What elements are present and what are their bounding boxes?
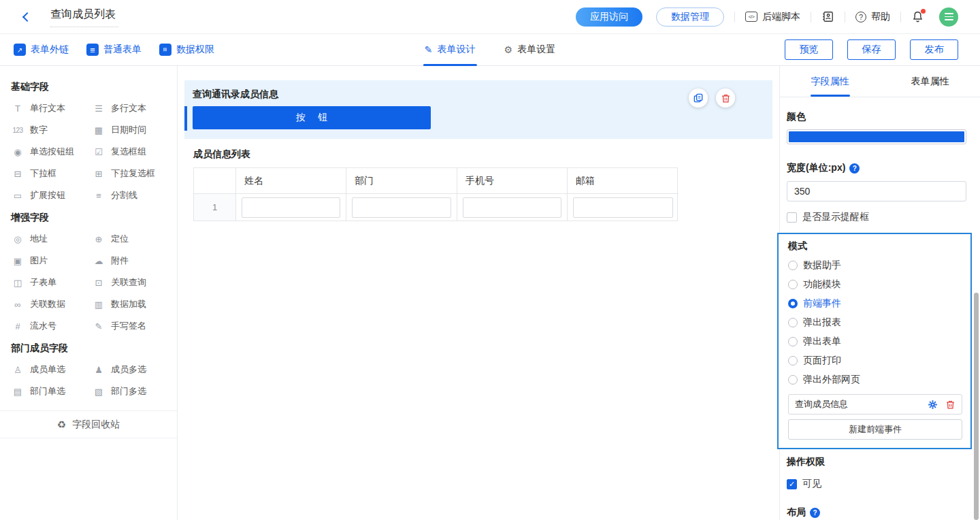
avatar[interactable] — [939, 7, 958, 27]
reminder-label: 是否显示提醒框 — [802, 211, 869, 223]
form-canvas: 查询通讯录成员信息 按 钮 成员信息列表 姓名 部门 手机号 邮箱 1 — [178, 66, 779, 520]
palette-item-signature[interactable]: ✎手写签名 — [92, 315, 173, 337]
palette-item-checkbox-group[interactable]: ☑复选框组 — [92, 141, 173, 163]
layout-help-icon[interactable]: ? — [810, 508, 820, 518]
palette-item-multi-line-text[interactable]: ☰多行文本 — [92, 97, 173, 119]
palette-item-image[interactable]: ▣图片 — [11, 250, 92, 272]
duplicate-widget-button[interactable] — [689, 88, 708, 108]
panel-tabs: 字段属性 表单属性 — [780, 66, 980, 97]
app-access-button[interactable]: 应用访问 — [576, 7, 642, 27]
table-cell — [457, 194, 568, 221]
new-frontend-event-button[interactable]: 新建前端事件 — [788, 419, 962, 440]
phone-cell-input[interactable] — [463, 197, 561, 218]
palette-item-member-single[interactable]: ♙成员单选 — [11, 359, 92, 380]
department-cell-input[interactable] — [352, 197, 451, 218]
width-help-icon[interactable]: ? — [849, 163, 860, 174]
palette-item-attachment[interactable]: ☁附件 — [92, 250, 173, 272]
mode-option-function-module[interactable]: 功能模块 — [788, 278, 962, 291]
form-action-button[interactable]: 按 钮 — [193, 106, 431, 129]
form-toolbar: ↗ 表单外链 ≣ 普通表单 ≡ 数据权限 ✎ 表单设计 ⚙ 表单设置 预览 保存… — [0, 34, 980, 66]
palette-item-member-multi[interactable]: ♟成员多选 — [92, 359, 173, 380]
palette-item-serial-number[interactable]: #流水号 — [11, 315, 92, 337]
palette-item-data-load[interactable]: ▥数据加载 — [92, 293, 173, 315]
back-button[interactable] — [19, 10, 33, 24]
palette-item-location[interactable]: ⊕定位 — [92, 228, 173, 250]
palette-item-extend-button[interactable]: ▭扩展按钮 — [11, 184, 92, 206]
visible-checkbox[interactable]: ✓ — [787, 479, 797, 489]
publish-button[interactable]: 发布 — [910, 39, 958, 60]
selected-button-widget[interactable]: 查询通讯录成员信息 按 钮 — [184, 80, 772, 139]
tab-field-properties[interactable]: 字段属性 — [780, 66, 880, 97]
data-manage-button[interactable]: 数据管理 — [656, 7, 724, 27]
category-enhanced-fields: 增强字段 — [11, 212, 177, 224]
number-icon: 123 — [11, 127, 24, 134]
mode-option-popup-webpage[interactable]: 弹出外部网页 — [788, 374, 962, 386]
reminder-checkbox[interactable] — [787, 212, 797, 223]
properties-panel: 字段属性 表单属性 颜色 宽度(单位:px) ? 是否显示提醒框 模式 数据助手… — [780, 66, 980, 520]
subform-icon: ◫ — [11, 278, 24, 288]
palette-item-dept-single[interactable]: ▤部门单选 — [11, 380, 92, 402]
member-table-title: 成员信息列表 — [193, 148, 779, 161]
column-header-email: 邮箱 — [568, 168, 679, 194]
select-icon: ⊟ — [11, 169, 24, 179]
designer-tabs: ✎ 表单设计 ⚙ 表单设置 — [425, 34, 555, 66]
address-book-button[interactable] — [821, 10, 834, 23]
tab-form-settings[interactable]: ⚙ 表单设置 — [504, 34, 556, 66]
form-external-link-button[interactable]: ↗ 表单外链 — [14, 44, 69, 56]
data-load-icon: ▥ — [92, 299, 105, 310]
backend-script-button[interactable]: </> 后端脚本 — [745, 11, 800, 23]
email-cell-input[interactable] — [573, 197, 673, 218]
tab-form-design[interactable]: ✎ 表单设计 — [425, 34, 476, 66]
app-header: 查询成员列表 应用访问 数据管理 </> 后端脚本 ? 帮助 — [0, 0, 980, 34]
name-cell-input[interactable] — [242, 197, 340, 218]
divider — [845, 12, 845, 22]
width-input[interactable] — [787, 181, 966, 201]
palette-item-single-line-text[interactable]: T单行文本 — [11, 97, 92, 119]
save-button[interactable]: 保存 — [847, 39, 896, 60]
palette-item-subform[interactable]: ◫子表单 — [11, 272, 92, 293]
delete-widget-button[interactable] — [716, 88, 735, 108]
help-button[interactable]: ? 帮助 — [855, 11, 890, 23]
visible-checkbox-row[interactable]: ✓ 可见 — [787, 478, 966, 490]
palette-item-radio-group[interactable]: ◉单选按钮组 — [11, 141, 92, 163]
divider — [900, 12, 901, 22]
mode-option-popup-report[interactable]: 弹出报表 — [788, 316, 962, 329]
address-book-icon — [821, 10, 834, 23]
mode-option-page-print[interactable]: 页面打印 — [788, 355, 962, 367]
pen-icon: ✎ — [92, 321, 105, 331]
palette-item-linked-data[interactable]: ∞关联数据 — [11, 293, 92, 315]
normal-form-button[interactable]: ≣ 普通表单 — [86, 44, 142, 56]
mode-option-data-assistant[interactable]: 数据助手 — [788, 259, 962, 272]
palette-item-datetime[interactable]: ▦日期时间 — [92, 119, 173, 141]
tab-form-properties[interactable]: 表单属性 — [880, 66, 980, 97]
notification-button[interactable] — [911, 10, 924, 23]
mode-option-frontend-event[interactable]: 前端事件 — [788, 297, 962, 310]
enhanced-fields-grid: ◎地址 ⊕定位 ▣图片 ☁附件 ◫子表单 ⊡关联查询 ∞关联数据 ▥数据加载 #… — [0, 228, 177, 337]
crosshair-icon: ⊕ — [92, 234, 105, 244]
preview-button[interactable]: 预览 — [785, 39, 833, 60]
radio-icon — [788, 280, 798, 289]
recycle-icon: ♻ — [57, 419, 66, 431]
color-swatch[interactable] — [787, 129, 966, 144]
palette-item-linked-query[interactable]: ⊡关联查询 — [92, 272, 173, 293]
palette-item-multi-select[interactable]: ⊞下拉复选框 — [92, 163, 173, 184]
help-label: 帮助 — [871, 11, 890, 23]
palette-item-divider[interactable]: ≡分割线 — [92, 184, 173, 206]
gear-icon[interactable] — [928, 400, 938, 410]
delete-event-icon[interactable] — [945, 400, 956, 410]
data-permission-button[interactable]: ≡ 数据权限 — [159, 44, 214, 56]
palette-item-select[interactable]: ⊟下拉框 — [11, 163, 92, 184]
panel-scrollbar[interactable] — [974, 293, 979, 520]
frontend-event-item[interactable]: 查询成员信息 — [788, 394, 962, 415]
column-header-department: 部门 — [346, 168, 457, 194]
field-recycle-bin-button[interactable]: ♻ 字段回收站 — [0, 410, 177, 438]
linked-query-icon: ⊡ — [92, 278, 105, 288]
mode-option-popup-form[interactable]: 弹出表单 — [788, 336, 962, 348]
mode-title: 模式 — [788, 240, 962, 253]
palette-item-dept-multi[interactable]: ▧部门多选 — [92, 380, 173, 402]
radio-icon — [788, 318, 798, 327]
radio-icon — [788, 375, 798, 385]
reminder-checkbox-row[interactable]: 是否显示提醒框 — [787, 211, 966, 223]
palette-item-address[interactable]: ◎地址 — [11, 228, 92, 250]
palette-item-number[interactable]: 123数字 — [11, 119, 92, 141]
